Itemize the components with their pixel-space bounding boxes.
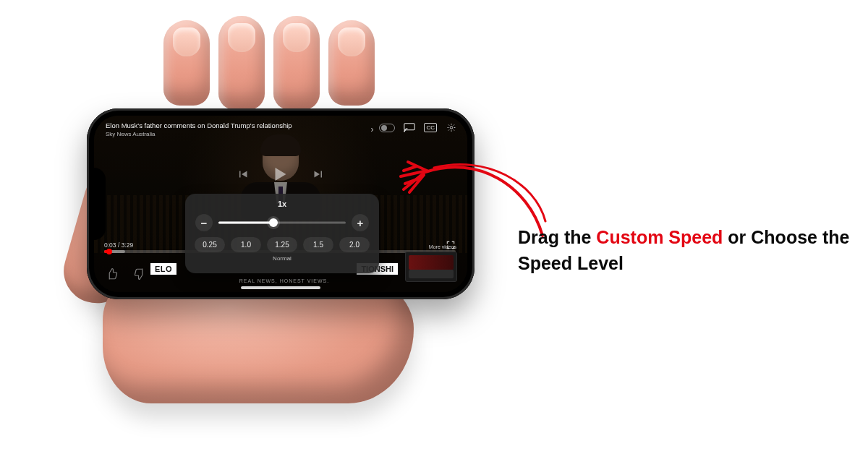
speed-preset-button[interactable]: 2.0 xyxy=(339,237,370,252)
video-title: Elon Musk's father comments on Donald Tr… xyxy=(106,121,323,129)
time-total: 3:29 xyxy=(122,241,134,249)
time-separator: / xyxy=(116,241,122,249)
cast-icon[interactable] xyxy=(404,123,415,132)
annotation-text: Drag the Custom Speed or Choose the Spee… xyxy=(518,224,851,277)
svg-point-1 xyxy=(404,131,405,132)
speed-footer-label: Normal xyxy=(185,255,379,262)
svg-point-2 xyxy=(450,127,452,129)
finger xyxy=(163,20,210,106)
more-videos-label: More videos xyxy=(429,244,456,249)
phone-notch xyxy=(94,168,106,240)
home-indicator xyxy=(241,286,320,289)
current-speed-label: 1x xyxy=(185,194,379,208)
speed-slider-handle[interactable] xyxy=(269,218,278,227)
speed-preset-button[interactable]: 1.0 xyxy=(231,237,261,252)
annotation-highlight: Custom Speed xyxy=(596,227,723,247)
previous-icon[interactable] xyxy=(237,168,250,181)
more-videos-card[interactable]: More videos xyxy=(405,252,457,282)
speed-preset-button[interactable]: 1.25 xyxy=(267,237,297,252)
next-icon[interactable] xyxy=(312,168,326,181)
phone-screen: Elon Musk's father comments on Donald Tr… xyxy=(94,116,467,292)
time-elapsed: 0:03 xyxy=(104,241,116,249)
speed-slider-fill xyxy=(218,222,273,224)
play-icon[interactable] xyxy=(276,168,286,181)
speed-slider[interactable] xyxy=(218,217,346,228)
phone-frame: Elon Musk's father comments on Donald Tr… xyxy=(87,108,475,299)
finger xyxy=(273,16,320,110)
gear-icon[interactable] xyxy=(446,123,457,132)
thumbs-down-icon[interactable] xyxy=(133,267,146,283)
cc-icon[interactable]: CC xyxy=(424,123,437,132)
playback-speed-panel: 1x − + 0.25 1.0 1.25 1.5 2.0 Normal xyxy=(185,194,379,273)
finger xyxy=(328,20,375,106)
annotation-prefix: Drag the xyxy=(518,227,596,247)
speed-increase-button[interactable]: + xyxy=(352,214,369,231)
speed-decrease-button[interactable]: − xyxy=(195,214,213,231)
thumbs-up-icon[interactable] xyxy=(106,267,119,283)
chevron-right-icon[interactable]: › xyxy=(370,124,373,134)
speed-preset-button[interactable]: 0.25 xyxy=(195,237,225,252)
chyron-left: ELO xyxy=(150,263,176,275)
speed-preset-button[interactable]: 1.5 xyxy=(303,237,333,252)
video-channel[interactable]: Sky News Australia xyxy=(106,131,365,137)
finger xyxy=(218,16,265,110)
sub-chyron: REAL NEWS, HONEST VIEWS. xyxy=(210,278,359,283)
autoplay-toggle[interactable] xyxy=(379,124,395,132)
